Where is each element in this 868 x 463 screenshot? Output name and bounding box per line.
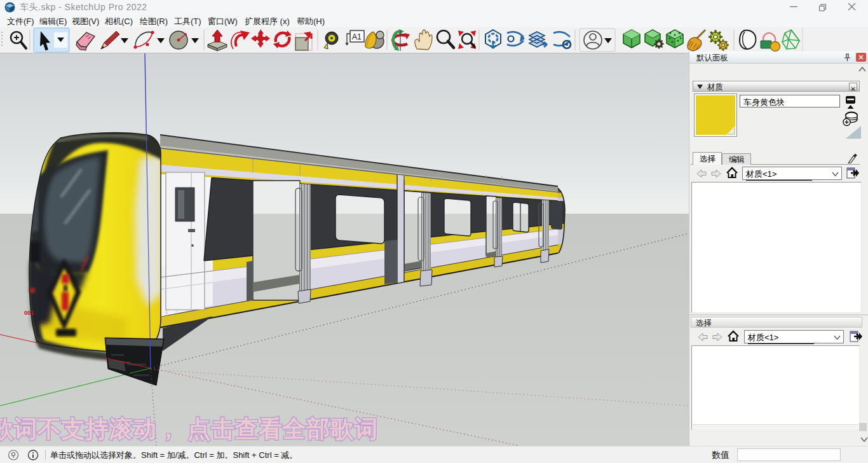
svg-text:A1: A1 [352, 32, 362, 41]
svg-text:001: 001 [24, 310, 34, 316]
